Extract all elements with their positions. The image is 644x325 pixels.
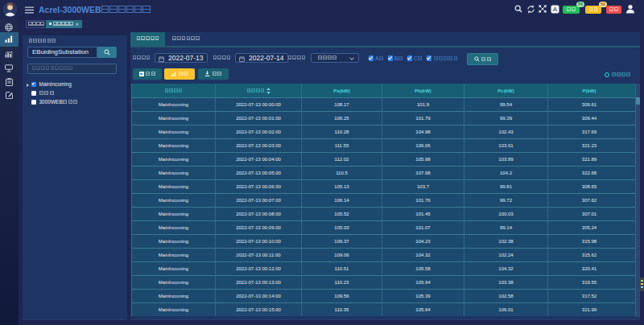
- svg-text:A: A: [553, 6, 558, 13]
